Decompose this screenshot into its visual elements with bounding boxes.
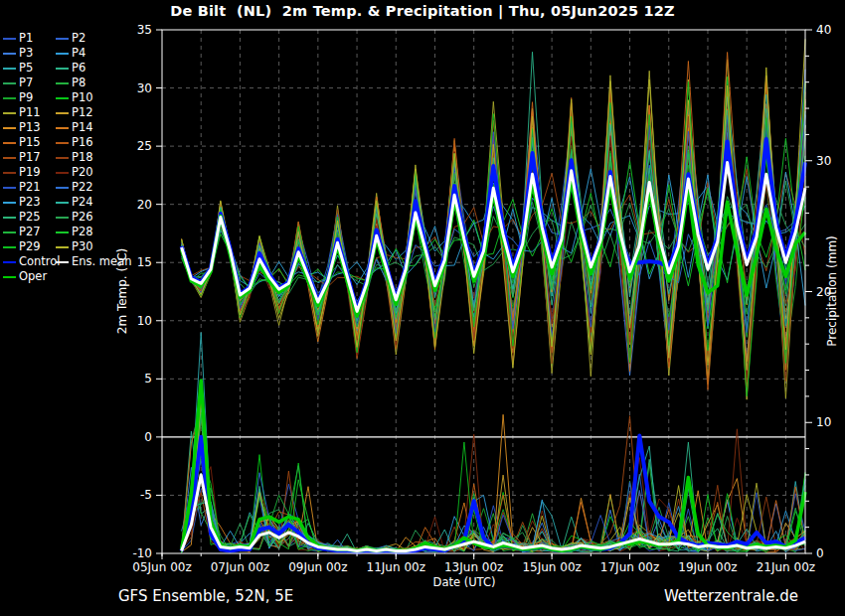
legend-item-p22: P22 <box>56 180 93 195</box>
legend-item-oper-color-dash <box>3 276 16 278</box>
legend-item-p28-label: P28 <box>72 225 93 239</box>
legend-item-p4-label: P4 <box>72 46 85 61</box>
legend-item-p8-color-dash <box>56 82 69 84</box>
legend-item-p7-label: P7 <box>19 76 33 90</box>
legend-item-p12: P12 <box>56 105 93 120</box>
legend-item-p8: P8 <box>56 76 85 90</box>
precip-axis-tick-label: 30 <box>816 154 831 168</box>
precip-axis-label: Precipitation (mm) <box>825 235 839 347</box>
legend-item-p7-color-dash <box>3 82 16 84</box>
legend-item-p24-color-dash <box>56 202 69 204</box>
legend-item-p13: P13 <box>3 120 41 135</box>
footer-brand: Wetterzentrale.de <box>664 587 798 605</box>
temp-axis-tick-label: 35 <box>137 23 152 37</box>
legend-item-p11: P11 <box>3 105 41 120</box>
legend-item-p30-label: P30 <box>72 239 93 254</box>
legend-item-p12-label: P12 <box>72 105 93 120</box>
date-axis-tick-label: 05Jun 00z <box>132 560 191 574</box>
legend-item-p26-label: P26 <box>72 210 93 225</box>
legend-item-ens-mean: Ens. mean <box>56 254 131 269</box>
legend-item-p3-label: P3 <box>19 46 33 61</box>
temp-axis-tick-label: 10 <box>137 314 152 328</box>
date-axis-tick-label: 09Jun 00z <box>288 560 347 574</box>
precip-axis-tick-label: 40 <box>816 23 831 37</box>
legend-item-p4: P4 <box>56 46 85 61</box>
legend-item-p30-color-dash <box>56 246 69 248</box>
legend-item-p22-color-dash <box>56 187 69 189</box>
legend-item-p16-color-dash <box>56 142 69 144</box>
legend-item-p26-color-dash <box>56 217 69 219</box>
legend-item-p13-color-dash <box>3 127 16 129</box>
legend-item-p20-color-dash <box>56 172 69 174</box>
legend-item-p10: P10 <box>56 90 93 105</box>
legend-item-p13-label: P13 <box>19 120 41 135</box>
legend-item-p27: P27 <box>3 225 41 239</box>
legend-item-p18-label: P18 <box>72 150 93 165</box>
legend-item-p24: P24 <box>56 195 93 210</box>
legend-item-p22-label: P22 <box>72 180 93 195</box>
meteogram-page: De Bilt (NL) 2m Temp. & Precipitation | … <box>0 0 845 616</box>
legend-item-p5-color-dash <box>3 68 16 70</box>
legend-item-p25-color-dash <box>3 217 16 219</box>
legend-item-p1-color-dash <box>3 38 16 40</box>
legend-item-p1-label: P1 <box>19 31 33 46</box>
legend-item-p9-color-dash <box>3 97 16 99</box>
footer-model-info: GFS Ensemble, 52N, 5E <box>118 587 293 605</box>
legend-item-p27-color-dash <box>3 231 16 233</box>
legend-item-p25-label: P25 <box>19 210 41 225</box>
legend-item-p15: P15 <box>3 135 41 150</box>
legend-item-p25: P25 <box>3 210 41 225</box>
temp-axis-tick-label: 15 <box>137 255 152 269</box>
legend-item-p14-label: P14 <box>72 120 93 135</box>
legend-item-p5-label: P5 <box>19 61 33 76</box>
legend-item-p24-label: P24 <box>72 195 93 210</box>
member-temp-line-P16 <box>182 84 805 389</box>
legend-item-p2-color-dash <box>56 38 69 40</box>
legend-item-p12-color-dash <box>56 112 69 114</box>
legend-item-p2-label: P2 <box>72 31 85 46</box>
legend-item-p9-label: P9 <box>19 90 33 105</box>
legend-item-p6-color-dash <box>56 68 69 70</box>
legend-item-control-label: Control <box>19 254 61 269</box>
precip-axis-tick-label: 0 <box>816 546 824 560</box>
legend-item-p1: P1 <box>3 31 33 46</box>
legend-item-control: Control <box>3 254 61 269</box>
temp-axis-tick-label: -5 <box>140 488 152 502</box>
legend-item-p23: P23 <box>3 195 41 210</box>
legend-item-p15-label: P15 <box>19 135 41 150</box>
temp-axis-tick-label: -10 <box>132 546 152 560</box>
legend-item-p28-color-dash <box>56 231 69 233</box>
legend-item-p21-color-dash <box>3 187 16 189</box>
legend-item-p6-label: P6 <box>72 61 85 76</box>
legend-item-p8-label: P8 <box>72 76 85 90</box>
legend-item-p16-label: P16 <box>72 135 93 150</box>
legend-item-control-color-dash <box>3 261 16 263</box>
legend-item-p23-label: P23 <box>19 195 41 210</box>
legend-item-p28: P28 <box>56 225 93 239</box>
legend-item-ens-mean-color-dash <box>56 261 69 263</box>
legend-item-p17: P17 <box>3 150 41 165</box>
legend-item-p16: P16 <box>56 135 93 150</box>
temp-axis-tick-label: 0 <box>144 430 152 444</box>
legend-item-p15-color-dash <box>3 142 16 144</box>
legend-item-p29: P29 <box>3 239 41 254</box>
legend-item-p29-color-dash <box>3 246 16 248</box>
member-temp-line-P11 <box>182 60 805 399</box>
legend-item-p20: P20 <box>56 165 93 180</box>
legend-item-p21-label: P21 <box>19 180 41 195</box>
legend-item-p19-color-dash <box>3 172 16 174</box>
legend-item-p4-color-dash <box>56 53 69 55</box>
legend-item-p10-color-dash <box>56 97 69 99</box>
legend-item-p20-label: P20 <box>72 165 93 180</box>
date-axis-tick-label: 07Jun 00z <box>211 560 269 574</box>
legend-item-p14: P14 <box>56 120 93 135</box>
temp-axis-tick-label: 30 <box>137 81 152 95</box>
legend-item-p17-color-dash <box>3 157 16 159</box>
legend-item-p9: P9 <box>3 90 33 105</box>
legend-item-p23-color-dash <box>3 202 16 204</box>
legend-item-p19-label: P19 <box>19 165 41 180</box>
legend-item-p6: P6 <box>56 61 85 76</box>
legend-item-p5: P5 <box>3 61 33 76</box>
legend-item-p3: P3 <box>3 46 33 61</box>
date-axis-tick-label: 15Jun 00z <box>522 560 581 574</box>
